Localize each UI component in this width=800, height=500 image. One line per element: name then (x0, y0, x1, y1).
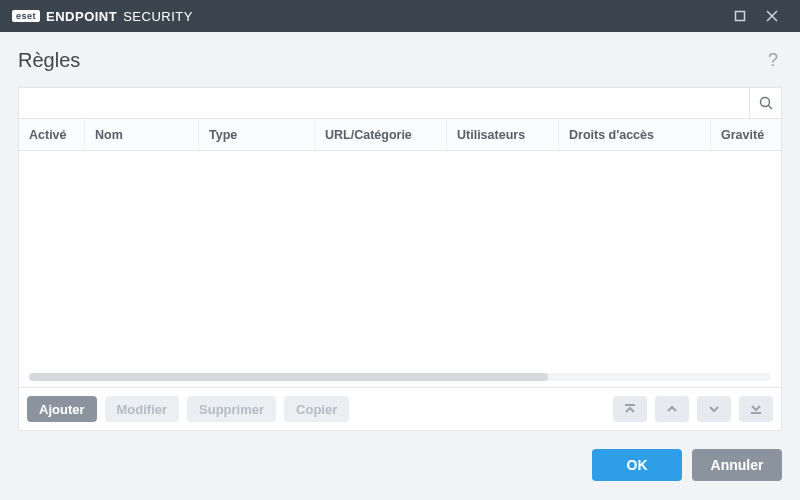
dialog-footer: OK Annuler (0, 431, 800, 499)
move-up-button (655, 396, 689, 422)
svg-rect-0 (736, 12, 745, 21)
add-button[interactable]: Ajouter (27, 396, 97, 422)
table-body (19, 151, 781, 387)
help-icon: ? (768, 50, 778, 70)
move-bottom-icon (749, 402, 763, 416)
move-bottom-button (739, 396, 773, 422)
panel-actions: Ajouter Modifier Supprimer Copier (19, 387, 781, 430)
close-button[interactable] (756, 0, 788, 32)
title-bar: eset ENDPOINT SECURITY (0, 0, 800, 32)
brand: eset ENDPOINT SECURITY (12, 9, 193, 24)
help-button[interactable]: ? (764, 46, 782, 75)
maximize-button[interactable] (724, 0, 756, 32)
remove-button: Supprimer (187, 396, 276, 422)
chevron-up-icon (665, 402, 679, 416)
rules-table: ActivéNomTypeURL/CatégorieUtilisateursDr… (19, 118, 781, 387)
column-header[interactable]: Gravité (711, 119, 781, 150)
svg-line-4 (768, 106, 772, 110)
brand-name: ENDPOINT (46, 9, 117, 24)
move-top-button (613, 396, 647, 422)
maximize-icon (734, 10, 746, 22)
column-header[interactable]: Type (199, 119, 315, 150)
rules-panel: ActivéNomTypeURL/CatégorieUtilisateursDr… (18, 87, 782, 431)
chevron-down-icon (707, 402, 721, 416)
copy-button: Copier (284, 396, 349, 422)
column-header[interactable]: URL/Catégorie (315, 119, 447, 150)
column-header[interactable]: Utilisateurs (447, 119, 559, 150)
brand-badge: eset (12, 10, 40, 22)
brand-product: SECURITY (123, 9, 193, 24)
move-top-icon (623, 402, 637, 416)
close-icon (766, 10, 778, 22)
move-down-button (697, 396, 731, 422)
edit-button: Modifier (105, 396, 180, 422)
search-button[interactable] (749, 88, 781, 118)
horizontal-scrollbar[interactable] (29, 373, 771, 381)
scrollbar-thumb[interactable] (29, 373, 548, 381)
column-header[interactable]: Droits d'accès (559, 119, 711, 150)
search-icon (758, 95, 774, 111)
column-header[interactable]: Nom (85, 119, 199, 150)
cancel-button[interactable]: Annuler (692, 449, 782, 481)
svg-point-3 (760, 98, 769, 107)
page-title: Règles (18, 49, 80, 72)
table-header: ActivéNomTypeURL/CatégorieUtilisateursDr… (19, 119, 781, 151)
ok-button[interactable]: OK (592, 449, 682, 481)
column-header[interactable]: Activé (19, 119, 85, 150)
search-input[interactable] (19, 88, 749, 118)
